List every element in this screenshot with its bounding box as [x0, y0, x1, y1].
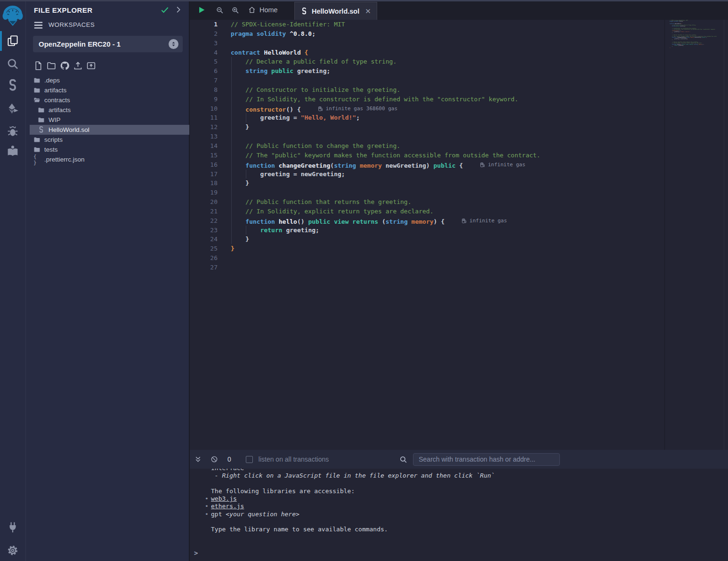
code-line-20: 20 // Public function that returns the g… — [190, 197, 728, 207]
line-number: 3 — [190, 39, 218, 48]
terminal-line-4: The following libraries are accessible: — [211, 488, 728, 495]
settings-icon[interactable] — [7, 544, 19, 557]
solidity-compiler-icon[interactable] — [7, 79, 19, 92]
terminal-line-3 — [211, 480, 728, 488]
code-text: } — [231, 122, 249, 132]
line-number: 17 — [190, 170, 218, 179]
line-number: 27 — [190, 263, 218, 272]
tab-close-icon[interactable]: ✕ — [365, 7, 371, 16]
panel-title: FILE EXPLORER — [34, 6, 92, 14]
terminal-line-6: •ethers.js — [211, 503, 728, 510]
code-line-9: 9 // In Solidity, the constructor is def… — [190, 95, 728, 104]
file-explorer-panel: FILE EXPLORER WORKSPACES OpenZeppelin ER… — [26, 0, 190, 561]
tree-item-WIP[interactable]: WIP — [26, 115, 190, 125]
solidity-icon — [38, 126, 45, 133]
indent-guide — [246, 226, 246, 235]
terminal-search-input[interactable] — [413, 453, 560, 466]
upload-file-icon[interactable] — [73, 61, 83, 71]
line-number: 16 — [190, 160, 218, 170]
line-number: 4 — [190, 48, 218, 57]
tree-item-.prettierrc.json[interactable]: { }.prettierrc.json — [26, 154, 190, 164]
learneth-icon[interactable] — [7, 145, 19, 157]
remix-ide-window: FILE EXPLORER WORKSPACES OpenZeppelin ER… — [0, 0, 728, 561]
indent-guide — [246, 113, 246, 122]
home-icon — [248, 6, 256, 14]
line-number: 22 — [190, 216, 218, 226]
tree-item-artifacts[interactable]: artifacts — [26, 105, 190, 115]
minimap[interactable]: // SPDX-License-Identifier: MITpragma so… — [670, 20, 717, 50]
chevron-right-icon[interactable] — [174, 5, 183, 14]
code-text: // Public function that returns the gree… — [231, 197, 412, 207]
workspace-switch-button[interactable] — [169, 39, 178, 49]
new-folder-icon[interactable] — [47, 61, 57, 71]
line-number: 23 — [190, 226, 218, 235]
workspace-select[interactable]: OpenZeppelin ERC20 - 1 — [33, 36, 183, 52]
code-text: // In Solidity, explicit return types ar… — [231, 207, 433, 216]
run-script-button[interactable] — [197, 6, 206, 14]
file-explorer-icon[interactable] — [7, 34, 19, 47]
tab-helloworld-sol[interactable]: HelloWorld.sol✕ — [294, 2, 377, 20]
gas-estimate-hint: infinite gas — [480, 160, 525, 170]
terminal-link[interactable]: web3.js — [211, 495, 237, 502]
code-line-15: 15 // The "public" keyword makes the fun… — [190, 151, 728, 160]
editor-scrollbar[interactable] — [724, 20, 728, 450]
code-text: // The "public" keyword makes the functi… — [231, 151, 540, 160]
code-text: // Public function to change the greetin… — [231, 141, 400, 151]
editor-pane: HomeHelloWorld.sol✕ 1// SPDX-License-Ide… — [190, 0, 728, 561]
terminal-link[interactable]: ethers.js — [211, 503, 244, 510]
bullet: • — [205, 503, 209, 510]
new-file-icon[interactable] — [33, 61, 43, 71]
upload-folder-icon[interactable] — [86, 61, 96, 71]
listen-transactions-label: listen on all transactions — [259, 455, 329, 463]
hamburger-menu-icon[interactable] — [33, 20, 43, 29]
tree-item-label: artifacts — [49, 106, 71, 114]
check-icon[interactable] — [160, 5, 170, 15]
tree-item-contracts[interactable]: contracts — [26, 95, 190, 105]
indent-guide — [231, 76, 232, 85]
tree-item-HelloWorld.sol[interactable]: HelloWorld.sol — [30, 125, 189, 135]
tree-item-artifacts[interactable]: artifacts — [26, 85, 190, 95]
line-number: 18 — [190, 179, 218, 188]
debugger-icon[interactable] — [7, 125, 19, 138]
deploy-and-run-icon[interactable] — [7, 102, 19, 115]
line-number: 9 — [190, 95, 218, 104]
tree-item-tests[interactable]: tests — [26, 145, 190, 154]
line-number: 13 — [190, 132, 218, 141]
line-number: 14 — [190, 141, 218, 151]
indent-guide — [231, 226, 232, 235]
code-line-25: 25} — [190, 244, 728, 253]
plugin-manager-icon[interactable] — [7, 521, 19, 534]
zoom-in-button[interactable] — [231, 6, 239, 14]
tab-home[interactable]: Home — [243, 0, 283, 20]
indent-guide — [231, 207, 232, 216]
indent-guide — [231, 95, 232, 104]
indent-guide — [231, 235, 232, 244]
minimap-zone: // SPDX-License-Identifier: MITpragma so… — [664, 20, 728, 450]
github-icon[interactable] — [60, 61, 70, 71]
remix-logo-icon[interactable] — [2, 4, 23, 26]
terminal-clear-icon[interactable] — [210, 455, 218, 463]
indent-guide — [231, 151, 232, 160]
line-number: 24 — [190, 235, 218, 244]
listen-transactions-checkbox[interactable] — [246, 456, 253, 463]
tree-item-.deps[interactable]: .deps — [26, 75, 190, 85]
tree-item-scripts[interactable]: scripts — [26, 135, 190, 145]
tree-item-label: WIP — [49, 116, 61, 123]
code-editor[interactable]: 1// SPDX-License-Identifier: MIT2pragma … — [190, 20, 728, 450]
indent-guide — [231, 104, 232, 114]
code-line-1: 1// SPDX-License-Identifier: MIT — [190, 20, 728, 29]
code-line-4: 4contract HelloWorld { — [190, 48, 728, 57]
code-line-5: 5 // Declare a public field of type stri… — [190, 57, 728, 66]
terminal-collapse-icon[interactable] — [194, 455, 202, 463]
search-icon[interactable] — [7, 57, 19, 70]
code-text: function hello() public view returns (st… — [231, 216, 507, 226]
terminal-output: interface - Right click on a JavaScript … — [190, 469, 728, 561]
indent-guide — [231, 160, 232, 170]
terminal-prompt[interactable]: > — [194, 549, 198, 557]
zoom-out-button[interactable] — [216, 6, 224, 14]
indent-guide — [231, 57, 232, 66]
code-line-17: 17 greeting = newGreeting; — [190, 170, 728, 179]
terminal-search-icon — [399, 455, 407, 463]
code-text: return greeting; — [231, 226, 319, 235]
workspaces-label: WORKSPACES — [49, 21, 95, 28]
